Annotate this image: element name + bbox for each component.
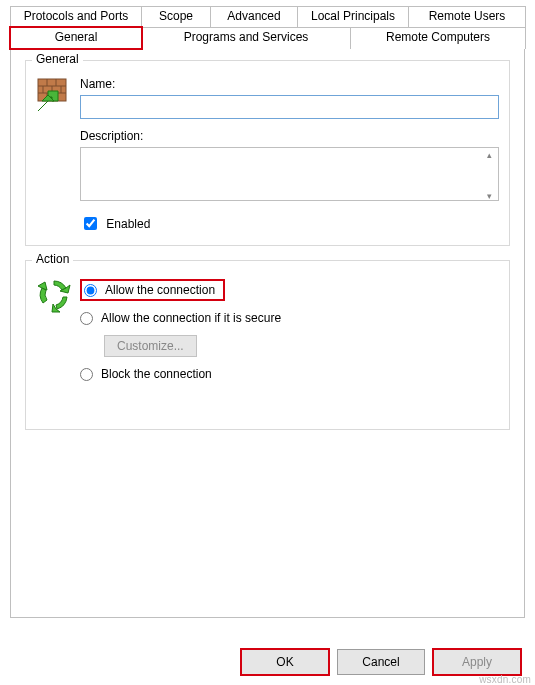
tab-programs-and-services[interactable]: Programs and Services [141,27,351,49]
tab-row-2: General Programs and Services Remote Com… [10,27,525,49]
tab-advanced[interactable]: Advanced [210,6,298,28]
radio-block-label: Block the connection [101,367,212,381]
group-general-legend: General [32,52,83,66]
recycle-arrows-icon [36,275,80,387]
radio-allow-secure[interactable] [80,312,93,325]
group-action-legend: Action [32,252,73,266]
customize-button: Customize... [104,335,197,357]
description-textarea[interactable] [80,147,499,201]
tab-general[interactable]: General [10,27,142,49]
radio-block[interactable] [80,368,93,381]
watermark: wsxdn.com [479,674,531,685]
tab-row-1: Protocols and Ports Scope Advanced Local… [10,6,525,28]
ok-button[interactable]: OK [241,649,329,675]
tab-remote-computers[interactable]: Remote Computers [350,27,526,49]
radio-allow[interactable] [84,284,97,297]
cancel-button[interactable]: Cancel [337,649,425,675]
properties-dialog: Protocols and Ports Scope Advanced Local… [0,0,535,685]
tab-local-principals[interactable]: Local Principals [297,6,409,28]
enabled-checkbox-label[interactable]: Enabled [80,217,150,231]
enabled-checkbox[interactable] [84,217,97,230]
description-label: Description: [80,129,499,143]
dialog-footer: OK Cancel Apply [241,649,521,675]
group-general: General [25,60,510,246]
tab-protocols-and-ports[interactable]: Protocols and Ports [10,6,142,28]
group-action: Action Allow the connection [25,260,510,430]
radio-allow-wrap: Allow the connection [80,279,225,301]
radio-allow-secure-label: Allow the connection if it is secure [101,311,281,325]
radio-allow-secure-wrap: Allow the connection if it is secure [80,311,499,325]
radio-block-wrap: Block the connection [80,367,499,381]
tab-remote-users[interactable]: Remote Users [408,6,526,28]
name-input[interactable] [80,95,499,119]
tab-page-general: General [10,48,525,618]
apply-button[interactable]: Apply [433,649,521,675]
tab-scope[interactable]: Scope [141,6,211,28]
name-label: Name: [80,77,499,91]
radio-allow-label: Allow the connection [105,283,215,297]
firewall-icon [36,75,80,233]
